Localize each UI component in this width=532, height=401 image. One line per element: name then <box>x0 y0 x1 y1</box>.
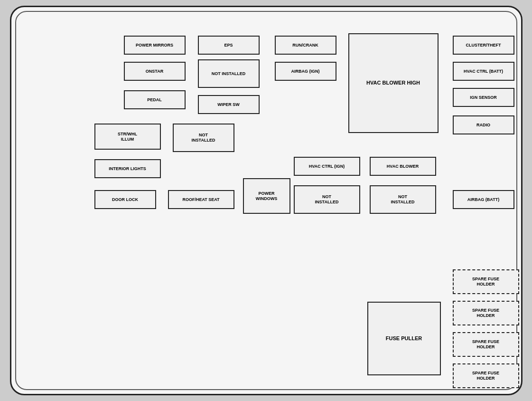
fuse-not-installed-2: NOT INSTALLED <box>173 124 234 152</box>
fuse-puller: FUSE PULLER <box>367 302 441 375</box>
fuse-power-windows: POWER WINDOWS <box>243 178 290 214</box>
fuse-diagram: POWER MIRRORS EPS RUN/CRANK CLUSTER/THEF… <box>10 6 523 395</box>
fuse-run-crank: RUN/CRANK <box>275 36 336 55</box>
fuse-not-installed-1: NOT INSTALLED <box>198 59 260 88</box>
fuse-onstar: ONSTAR <box>124 62 186 81</box>
fuse-airbag-batt: AIRBAG (BATT) <box>453 190 514 209</box>
fuse-power-mirrors: POWER MIRRORS <box>124 36 186 55</box>
fuse-spare-holder-4: SPARE FUSE HOLDER <box>453 363 519 388</box>
fuse-eps: EPS <box>198 36 260 55</box>
fuse-str-whl-illum: STR/WHL ILLUM <box>94 124 161 150</box>
fuse-pedal: PEDAL <box>124 90 186 109</box>
fuse-roof-heat-seat: ROOF/HEAT SEAT <box>168 190 234 209</box>
fuse-hvac-blower-high: HVAC BLOWER HIGH <box>348 33 439 133</box>
fuse-airbag-ign: AIRBAG (IGN) <box>275 62 336 81</box>
fuse-wiper-sw: WIPER SW <box>198 95 260 114</box>
fuse-hvac-blower: HVAC BLOWER <box>370 157 436 176</box>
fuse-hvac-ctrl-ign: HVAC CTRL (IGN) <box>294 157 360 176</box>
fuse-spare-holder-2: SPARE FUSE HOLDER <box>453 301 519 325</box>
fuse-hvac-ctrl-batt: HVAC CTRL (BATT) <box>453 62 514 81</box>
fuse-not-installed-4: NOT INSTALLED <box>370 185 436 214</box>
fuse-spare-holder-1: SPARE FUSE HOLDER <box>453 269 519 294</box>
fuse-radio: RADIO <box>453 115 514 134</box>
fuse-interior-lights: INTERIOR LIGHTS <box>94 159 161 178</box>
fuse-not-installed-3: NOT INSTALLED <box>294 185 360 214</box>
fuse-ign-sensor: IGN SENSOR <box>453 88 514 107</box>
fuse-cluster-theft: CLUSTER/THEFT <box>453 36 514 55</box>
fuse-door-lock: DOOR LOCK <box>94 190 156 209</box>
fuse-spare-holder-3: SPARE FUSE HOLDER <box>453 332 519 357</box>
